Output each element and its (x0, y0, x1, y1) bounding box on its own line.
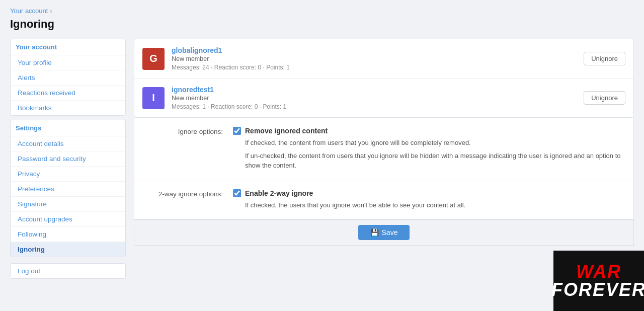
sidebar-item-password-security[interactable]: Password and security (11, 151, 125, 167)
war-text: WAR (551, 263, 644, 281)
sidebar-item-alerts[interactable]: Alerts (11, 70, 125, 86)
options-section: Ignore options: Remove ignored content I… (134, 118, 634, 219)
unignore-button-user1[interactable]: Unignore (584, 52, 625, 65)
breadcrumb: Your account › (10, 7, 634, 15)
war-forever-badge: WAR FOREVER (553, 251, 644, 286)
avatar: G (142, 48, 165, 70)
sidebar-account-title: Your account (11, 39, 125, 55)
twoway-options-content: Enable 2-way ignore If checked, the user… (233, 189, 625, 210)
user-role: New member (172, 95, 577, 102)
user-stats: Messages: 24 · Reaction score: 0 · Point… (172, 64, 577, 71)
page-title: Ignoring (10, 18, 634, 31)
sidebar-item-reactions-received[interactable]: Reactions received (11, 86, 125, 101)
sidebar-item-account-details[interactable]: Account details (11, 136, 125, 151)
twoway-options-row: 2-way ignore options: Enable 2-way ignor… (134, 180, 633, 219)
user-name[interactable]: globalignored1 (172, 46, 577, 54)
table-row: G globalignored1 New member Messages: 24… (134, 39, 633, 79)
remove-content-checkbox[interactable] (233, 127, 241, 135)
user-info: globalignored1 New member Messages: 24 ·… (172, 46, 577, 71)
twoway-options-label: 2-way ignore options: (142, 189, 223, 210)
sidebar-item-privacy[interactable]: Privacy (11, 167, 125, 182)
sidebar-logout-group: Log out (10, 263, 126, 279)
twoway-title-row: Enable 2-way ignore (233, 189, 625, 197)
sidebar-item-preferences[interactable]: Preferences (11, 182, 125, 197)
twoway-title: Enable 2-way ignore (245, 189, 313, 197)
ignore-options-label: Ignore options: (142, 127, 223, 171)
remove-content-title: Remove ignored content (245, 127, 328, 135)
remove-content-desc1: If checked, the content from users that … (245, 138, 625, 148)
user-info: ignoredtest1 New member Messages: 1 · Re… (172, 86, 577, 110)
save-label: Save (382, 228, 398, 237)
sidebar-account-group: Your account Your profile Alerts Reactio… (10, 39, 126, 116)
sidebar-item-logout[interactable]: Log out (11, 264, 125, 278)
main-content: G globalignored1 New member Messages: 24… (134, 39, 634, 246)
avatar: I (142, 87, 165, 109)
ignore-options-row: Ignore options: Remove ignored content I… (134, 118, 633, 180)
sidebar-item-your-profile[interactable]: Your profile (11, 55, 125, 70)
remove-content-desc2: If un-checked, the content from users th… (245, 151, 625, 171)
user-name[interactable]: ignoredtest1 (172, 86, 577, 94)
unignore-button-user2[interactable]: Unignore (584, 91, 625, 105)
sidebar-item-ignoring[interactable]: Ignoring (11, 242, 125, 257)
sidebar-settings-title: Settings (11, 120, 125, 136)
remove-content-title-row: Remove ignored content (233, 127, 625, 135)
ignore-options-content: Remove ignored content If checked, the c… (233, 127, 625, 171)
twoway-desc: If checked, the users that you ignore wo… (245, 200, 625, 210)
sidebar-settings-group: Settings Account details Password and se… (10, 120, 126, 257)
save-icon: 💾 (370, 228, 379, 237)
save-button[interactable]: 💾 Save (358, 225, 410, 240)
forever-text: FOREVER (551, 281, 644, 286)
breadcrumb-link[interactable]: Your account (10, 7, 48, 15)
sidebar-item-account-upgrades[interactable]: Account upgrades (11, 212, 125, 227)
user-role: New member (172, 55, 577, 62)
user-stats: Messages: 1 · Reaction score: 0 · Points… (172, 103, 577, 110)
sidebar: Your account Your profile Alerts Reactio… (10, 39, 126, 279)
sidebar-item-bookmarks[interactable]: Bookmarks (11, 101, 125, 115)
breadcrumb-separator: › (50, 8, 52, 15)
sidebar-item-following[interactable]: Following (11, 227, 125, 242)
twoway-checkbox[interactable] (233, 189, 241, 197)
sidebar-item-signature[interactable]: Signature (11, 197, 125, 212)
ignored-users-section: G globalignored1 New member Messages: 24… (134, 39, 634, 118)
save-row: 💾 Save (134, 219, 634, 246)
table-row: I ignoredtest1 New member Messages: 1 · … (134, 79, 633, 117)
